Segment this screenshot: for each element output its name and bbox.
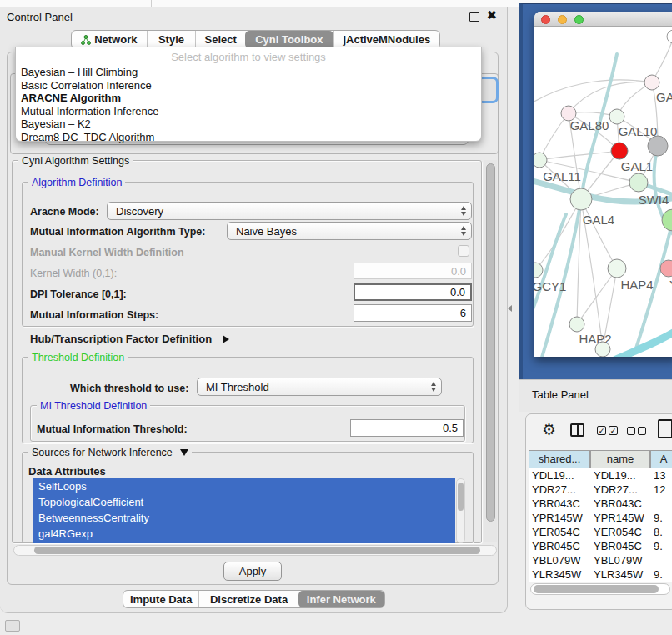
sources-title[interactable]: Sources for Network Inference — [28, 447, 192, 458]
mi-algorithm-type-label: Mutual Information Algorithm Type: — [30, 226, 205, 238]
network-node[interactable] — [609, 109, 624, 124]
mi-steps-field[interactable]: 6 — [354, 304, 472, 322]
network-node[interactable] — [648, 136, 668, 156]
table-column-header[interactable]: name — [590, 450, 650, 468]
table-row[interactable]: YDL19...YDL19...13 — [529, 468, 672, 482]
tab-impute-data[interactable]: Impute Data — [123, 591, 198, 608]
network-node-label: GAL10 — [619, 124, 658, 138]
close-panel-icon[interactable]: ✖ — [487, 8, 497, 22]
network-node[interactable] — [662, 209, 672, 231]
table-row[interactable]: YPR145WYPR145W9. — [529, 511, 672, 525]
tab-network-label: Network — [94, 33, 137, 46]
tab-jactivemnodules[interactable]: jActiveMNodules — [333, 31, 439, 48]
table-row[interactable]: YER054CYER054C8. — [529, 525, 672, 539]
table-row[interactable]: YLR345WYLR345W9. — [529, 568, 672, 582]
table-cell: YPR145W — [529, 511, 590, 525]
algorithm-option[interactable]: Bayesian – Hill Climbing — [16, 66, 481, 79]
tab-cyni-toolbox[interactable]: Cyni Toolbox — [245, 31, 333, 48]
table-column-header[interactable]: A — [650, 450, 672, 468]
attribute-list-item[interactable]: gal4RGexp — [33, 526, 455, 542]
attribute-list-item[interactable]: SelfLoops — [33, 478, 455, 494]
settings-hscrollbar-thumb[interactable] — [34, 547, 480, 554]
attribute-list-item[interactable]: TopologicalCoefficient — [33, 494, 455, 510]
threshold-definition-title: Threshold Definition — [28, 352, 128, 363]
settings-vscrollbar-thumb[interactable] — [486, 163, 495, 522]
table-hscrollbar[interactable] — [530, 583, 670, 595]
network-edge[interactable] — [539, 151, 619, 160]
minimized-panel-icon[interactable] — [5, 620, 20, 632]
tab-discretize-data[interactable]: Discretize Data — [198, 591, 298, 608]
aracne-mode-label: Aracne Mode: — [30, 206, 99, 218]
algorithm-option[interactable]: ARACNE Algorithm — [16, 92, 481, 105]
close-window-icon[interactable] — [541, 15, 550, 24]
table-cell: YER054C — [590, 525, 650, 539]
algorithm-option[interactable]: Dream8 DC_TDC Algorithm — [16, 131, 481, 144]
minimize-window-icon[interactable] — [558, 15, 567, 24]
which-threshold-combobox[interactable]: MI Threshold — [197, 378, 442, 396]
table-cell: YDR27... — [529, 482, 590, 497]
data-attributes-list[interactable]: SelfLoopsTopologicalCoefficientBetweenne… — [33, 478, 455, 543]
kernel-width-field: 0.0 — [354, 262, 472, 279]
table-settings-gear-icon[interactable]: ⚙ — [542, 420, 556, 439]
settings-hscrollbar[interactable] — [13, 545, 497, 556]
network-node-label: GAL4 — [583, 212, 614, 227]
table-cell: YBL079W — [529, 553, 590, 568]
table-column-header[interactable]: shared... — [529, 450, 590, 468]
algorithm-option[interactable]: Basic Correlation Inference — [16, 79, 481, 92]
float-panel-icon[interactable] — [469, 12, 479, 22]
which-threshold-label: Which threshold to use: — [70, 382, 188, 394]
network-canvas[interactable]: GALGAL80GAL10GAL1GAL11SWI4GAL4GCY1HAP4YH… — [534, 27, 672, 357]
network-node[interactable] — [611, 142, 628, 159]
zoom-window-icon[interactable] — [574, 15, 584, 24]
hub-section-label[interactable]: Hub/Transcription Factor Definition — [30, 332, 229, 345]
table-cell: 8. — [650, 525, 672, 539]
settings-vscrollbar[interactable] — [484, 160, 497, 542]
network-node[interactable] — [644, 75, 659, 90]
network-node[interactable] — [534, 262, 543, 278]
dropdown-placeholder: Select algorithm to view settings — [16, 51, 481, 63]
network-edge[interactable] — [577, 268, 617, 324]
network-edge[interactable] — [534, 80, 652, 112]
network-node[interactable] — [608, 259, 626, 278]
tab-style[interactable]: Style — [147, 31, 196, 48]
algorithm-option[interactable]: Bayesian – K2 — [16, 118, 481, 131]
network-window-titlebar[interactable] — [534, 12, 672, 27]
algorithm-option[interactable]: Mutual Information Inference — [16, 105, 481, 118]
network-node[interactable] — [569, 317, 584, 332]
table-cell — [650, 497, 672, 511]
dpi-tolerance-field[interactable]: 0.0 — [354, 283, 472, 301]
table-cell: YDL19... — [529, 468, 590, 482]
tab-network[interactable]: Network — [72, 31, 147, 48]
deselect-all-icon[interactable] — [627, 427, 635, 435]
attributes-scrollbar-thumb[interactable] — [458, 482, 464, 511]
table-row[interactable]: YBL079WYBL079W — [529, 553, 672, 568]
network-view-frame: GALGAL80GAL10GAL1GAL11SWI4GAL4GCY1HAP4YH… — [519, 3, 672, 379]
table-row[interactable]: YBR045CYBR045C9. — [529, 539, 672, 553]
network-node[interactable] — [667, 30, 672, 43]
export-table-icon[interactable] — [658, 419, 672, 438]
table-body[interactable]: YDL19...YDL19...13YDR27...YDR27...12YBR0… — [529, 468, 672, 582]
manual-kernel-width-checkbox[interactable] — [458, 245, 469, 257]
aracne-mode-combobox[interactable]: Discovery — [107, 202, 472, 220]
network-node[interactable] — [534, 152, 547, 168]
table-cell: 9. — [650, 568, 672, 582]
table-row[interactable]: YDR27...YDR27...12 — [529, 482, 672, 497]
network-edge[interactable] — [539, 113, 569, 160]
table-hscrollbar-thumb[interactable] — [534, 585, 659, 593]
network-node[interactable] — [570, 188, 592, 210]
select-all-icon[interactable]: ✓ — [597, 426, 606, 435]
attribute-list-item[interactable]: BetweennessCentrality — [33, 510, 455, 526]
table-cell: YBR045C — [529, 539, 590, 553]
tab-infer-network[interactable]: Infer Network — [298, 591, 384, 608]
apply-button[interactable]: Apply — [223, 562, 282, 581]
table-row[interactable]: YBR043CYBR043C — [529, 497, 672, 511]
tab-select[interactable]: Select — [195, 31, 245, 48]
mi-algorithm-type-combobox[interactable]: Naive Bayes — [227, 222, 472, 240]
network-node[interactable] — [629, 173, 648, 192]
kernel-width-label: Kernel Width (0,1): — [30, 268, 117, 279]
table-cell: YBR043C — [529, 497, 590, 511]
column-chooser-icon[interactable] — [570, 423, 584, 437]
mi-threshold-field[interactable]: 0.5 — [350, 419, 464, 437]
attributes-scrollbar[interactable] — [456, 478, 465, 543]
splitter-collapse-icon[interactable] — [508, 305, 512, 312]
